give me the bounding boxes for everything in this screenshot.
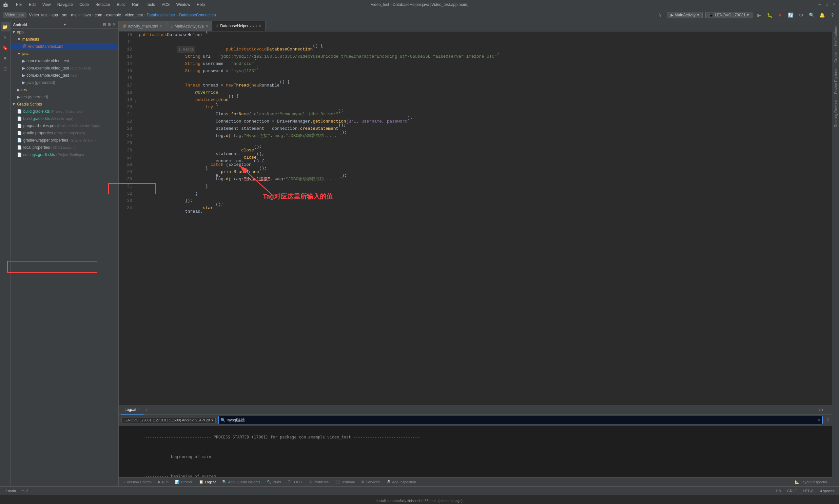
tree-item-manifests[interactable]: ▼ manifests <box>11 36 118 43</box>
menu-run[interactable]: Run <box>131 2 141 7</box>
device-selector[interactable]: LENOVO L79031 (127.0.0.1:11509) Android … <box>121 417 216 424</box>
menu-build[interactable]: Build <box>115 2 127 7</box>
filter-help-icon[interactable]: ? <box>826 417 829 423</box>
tab-layout-inspector[interactable]: 📐 Layout Inspector <box>791 478 831 487</box>
code-content[interactable]: public class DatabaseHelper { 1 usage pu… <box>135 32 832 405</box>
menu-window[interactable]: Window <box>175 2 192 7</box>
close-button[interactable]: ✕ <box>832 2 836 7</box>
tab-version-control[interactable]: ⑂ Version Control <box>120 478 155 487</box>
bc-7[interactable]: video_test <box>125 13 143 17</box>
status-indent[interactable]: 4 spaces <box>818 487 836 495</box>
stop-button[interactable]: ■ <box>776 11 784 19</box>
settings-icon[interactable]: ⚙ <box>107 22 111 27</box>
notifications-button[interactable]: 🔔 <box>818 11 826 19</box>
bc-5[interactable]: com <box>95 13 102 17</box>
bc-3[interactable]: main <box>71 13 79 17</box>
debug-button[interactable]: 🐛 <box>766 11 773 19</box>
status-encoding[interactable]: CRLF <box>785 487 799 495</box>
bc-active-file[interactable]: DatabaseHelper <box>147 13 175 17</box>
android-dropdown[interactable]: ▾ <box>64 23 66 27</box>
right-tab-notifications[interactable]: Notifications <box>833 23 839 49</box>
menu-code[interactable]: Code <box>78 2 90 7</box>
tab-app-inspection[interactable]: 🔎 App Inspection <box>383 478 419 487</box>
tab-activity-main[interactable]: 🗐 activity_main.xml ✕ <box>119 21 167 32</box>
code-editor[interactable]: 10 11 12 13 14 15 16 17 18 19 20 21 22 2… <box>119 32 832 405</box>
tree-item-gradle-wrapper[interactable]: 📄 gradle-wrapper.properties (Gradle Vers… <box>11 137 118 144</box>
tab-todo[interactable]: ☑ TODO <box>284 478 306 487</box>
menu-file[interactable]: File <box>15 2 23 7</box>
run-button[interactable]: ▶ <box>755 11 763 19</box>
minimize-button[interactable]: ─ <box>817 2 822 7</box>
sync-button[interactable]: 🔄 <box>787 11 795 19</box>
tab-terminal[interactable]: ⬛ Terminal <box>332 478 358 487</box>
tree-item-gradle-scripts[interactable]: ▼ Gradle Scripts <box>11 101 118 108</box>
help-button[interactable]: ? <box>828 11 836 19</box>
logcat-minimize-icon[interactable]: ─ <box>826 407 829 413</box>
tree-item-pkg-test[interactable]: ▶ com.example.video_test (test) <box>11 72 118 79</box>
tab-close-2[interactable]: ✕ <box>258 24 261 28</box>
tree-item-res-gen[interactable]: ▶ res (generated) <box>11 93 118 101</box>
settings-button[interactable]: ⚙ <box>797 11 805 19</box>
right-tab-gradle[interactable]: Gradle <box>833 49 839 65</box>
tree-item-settings-gradle[interactable]: 📄 settings.gradle.kts (Project Settings) <box>11 151 118 158</box>
bc-1[interactable]: app <box>51 13 58 17</box>
tree-item-gradle-props[interactable]: 📄 gradle.properties (Project Properties) <box>11 129 118 137</box>
filter-clear-icon[interactable]: ✕ <box>817 418 820 422</box>
tree-item-java-gen[interactable]: ▶ java (generated) <box>11 79 118 86</box>
tab-problems[interactable]: ⚠ Problems <box>305 478 332 487</box>
maximize-button[interactable]: □ <box>825 2 829 7</box>
bc-2[interactable]: src <box>62 13 67 17</box>
tab-close-0[interactable]: ✕ <box>160 24 163 28</box>
commit-button[interactable]: ⑂ <box>1 33 10 42</box>
structure-button[interactable]: ≡ <box>1 54 10 63</box>
menu-refactor[interactable]: Refactor <box>94 2 111 7</box>
tab-app-quality[interactable]: 🔍 App Quality Insights <box>219 478 264 487</box>
menu-navigate[interactable]: Navigate <box>56 2 74 7</box>
logcat-settings-icon[interactable]: ⚙ <box>819 407 823 413</box>
right-tab-running-devices[interactable]: Running Devices <box>833 97 839 130</box>
tab-mainactivity[interactable]: J MainActivity.java ✕ <box>167 21 212 32</box>
tab-profiler[interactable]: 📊 Profiler <box>172 478 196 487</box>
tree-item-build-gradle-project[interactable]: 📄 build.gradle.kts (Project: Video_test) <box>11 108 118 115</box>
tab-services[interactable]: ⚙ Services <box>358 478 383 487</box>
logcat-filter-input[interactable] <box>227 418 817 422</box>
tab-close-1[interactable]: ✕ <box>206 24 208 28</box>
status-errors[interactable]: ⚠ 2 <box>19 487 30 495</box>
tab-build[interactable]: 🔨 Build <box>264 478 284 487</box>
run-config-btn[interactable]: ▶ MainActivity ▾ <box>667 12 703 18</box>
tree-item-proguard[interactable]: 📄 proguard-rules.pro (ProGuard Rules for… <box>11 122 118 129</box>
tab-databasehelper[interactable]: J DatabaseHelper.java ✕ <box>212 21 266 32</box>
git-icon[interactable]: ⑂ <box>657 11 664 19</box>
tab-run[interactable]: ▶ Run <box>155 478 172 487</box>
logcat-tab-main[interactable]: Logcat ✕ <box>121 406 144 415</box>
logcat-add-tab[interactable]: + <box>145 407 148 413</box>
search-button[interactable]: 🔍 <box>807 11 816 19</box>
status-branch[interactable]: ⑂ main <box>3 487 18 495</box>
menu-vcs[interactable]: VCS <box>160 2 171 7</box>
tab-logcat[interactable]: 📋 Logcat <box>196 478 219 487</box>
tree-item-res[interactable]: ▶ res <box>11 86 118 93</box>
bc-6[interactable]: example <box>106 13 121 17</box>
bc-4[interactable]: java <box>84 13 91 17</box>
tree-item-pkg-main[interactable]: ▶ com.example.video_test <box>11 57 118 65</box>
project-label[interactable]: Video_test <box>3 12 26 18</box>
bc-active-connection[interactable]: DatabaseConnection <box>179 13 216 17</box>
tree-item-build-gradle-app[interactable]: 📄 build.gradle.kts (Module :app) <box>11 115 118 122</box>
right-tab-device-explorer[interactable]: Device Explorer <box>833 66 839 97</box>
collapse-all-icon[interactable]: ⊟ <box>103 22 106 27</box>
tree-item-app[interactable]: ▼ app <box>11 29 118 36</box>
build-variants-button[interactable]: ⬡ <box>1 64 10 73</box>
menu-view[interactable]: View <box>41 2 52 7</box>
logcat-tab-close[interactable]: ✕ <box>138 408 140 411</box>
bookmarks-button[interactable]: 🔖 <box>1 43 10 52</box>
device-btn[interactable]: 📱 LENOVO L79031 ▾ <box>705 12 752 18</box>
menu-edit[interactable]: Edit <box>28 2 37 7</box>
menu-help[interactable]: Help <box>195 2 206 7</box>
status-charset[interactable]: UTF-8 <box>801 487 816 495</box>
close-panel-icon[interactable]: ✕ <box>112 22 116 27</box>
tree-item-java[interactable]: ▼ java <box>11 50 118 57</box>
tree-item-pkg-androidtest[interactable]: ▶ com.example.video_test (androidTest) <box>11 65 118 72</box>
bc-0[interactable]: Video_test <box>29 13 48 17</box>
menu-tools[interactable]: Tools <box>144 2 156 7</box>
tree-item-local-props[interactable]: 📄 local.properties (SDK Location) <box>11 144 118 151</box>
